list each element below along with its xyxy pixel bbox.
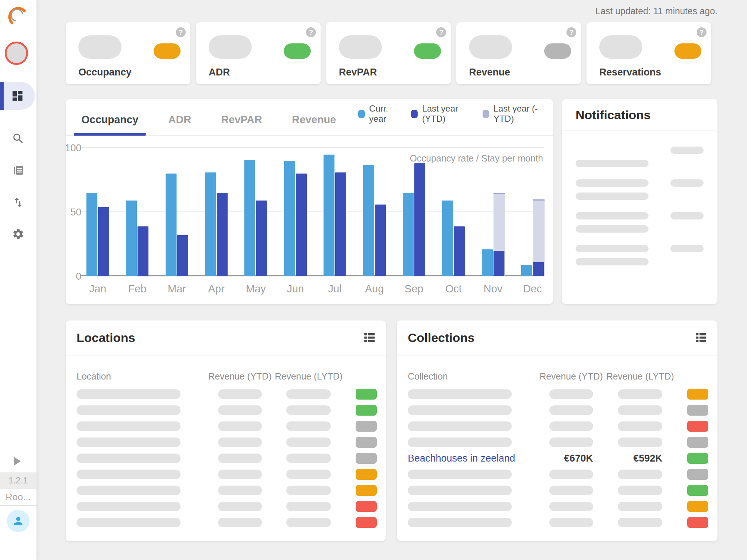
collections-column-headers: Collection Revenue (YTD) Revenue (LYTD) <box>397 371 717 382</box>
kpi-card-revenue[interactable]: ?Revenue <box>456 22 581 84</box>
notification-skeleton-row <box>576 147 704 154</box>
bar-group-nov: Nov <box>482 148 504 276</box>
collection-link[interactable]: Beachhouses in zeeland <box>408 453 525 464</box>
bar-last-year-ytd <box>296 174 307 276</box>
legend-item[interactable]: Last year (-YTD) <box>483 104 544 124</box>
bar-last-year-ytd <box>414 163 425 276</box>
column-header-location: Location <box>77 371 193 382</box>
revenue-ytd-skeleton <box>218 405 262 415</box>
sidebar-item-dashboard[interactable] <box>0 82 35 110</box>
tab-adr[interactable]: ADR <box>160 114 199 135</box>
bar-current-year <box>86 193 97 276</box>
revenue-lytd-skeleton <box>618 470 662 479</box>
column-header-revenue-lytd: Revenue (LYTD) <box>275 371 342 382</box>
name-skeleton <box>77 389 181 399</box>
search-icon <box>12 132 25 145</box>
notification-time-skeleton <box>670 147 704 154</box>
revenue-lytd-skeleton <box>618 518 662 527</box>
kpi-row: ?Occupancy?ADR?RevPAR?Revenue?Reservatio… <box>66 22 717 84</box>
revenue-lytd-skeleton <box>286 421 331 431</box>
revenue-ytd-skeleton <box>549 421 593 431</box>
bar-current-year <box>244 160 255 276</box>
kpi-status-badge <box>154 43 181 59</box>
help-icon[interactable]: ? <box>306 27 316 37</box>
name-skeleton <box>408 470 512 479</box>
sidebar-item-search[interactable] <box>0 131 36 147</box>
status-badge-gray <box>356 453 377 464</box>
kpi-card-occupancy[interactable]: ?Occupancy <box>66 22 190 84</box>
user-profile-button[interactable] <box>7 510 30 532</box>
notification-skeleton-row <box>576 212 704 219</box>
revenue-lytd-skeleton <box>286 486 331 495</box>
name-skeleton <box>77 438 181 447</box>
bar-current-year <box>166 174 177 276</box>
table-row <box>397 418 717 434</box>
legend-label: Last year (-YTD) <box>494 104 544 124</box>
legend-swatch <box>411 110 418 118</box>
bar-group-jan: Jan <box>86 148 109 276</box>
tab-occupancy[interactable]: Occupancy <box>74 114 146 135</box>
bar-slot <box>533 148 544 276</box>
x-axis-month-label: Sep <box>405 283 423 295</box>
name-skeleton <box>408 405 512 415</box>
name-skeleton <box>77 421 181 431</box>
sidebar-collapse-arrow-icon[interactable] <box>14 457 21 466</box>
kpi-card-revpar[interactable]: ?RevPAR <box>326 22 451 84</box>
table-view-icon[interactable] <box>363 332 376 343</box>
bar-last-year-ytd <box>98 207 109 276</box>
bar-series: JanFebMarAprMayJunJulAugSepOctNovDec <box>86 148 544 276</box>
revenue-lytd-skeleton <box>618 502 662 511</box>
name-skeleton <box>408 438 512 447</box>
kpi-status-badge <box>414 43 441 59</box>
bar-slot <box>454 148 465 276</box>
user-avatar-icon <box>12 515 24 527</box>
name-skeleton <box>77 502 181 511</box>
name-skeleton <box>408 486 512 495</box>
kpi-label: ADR <box>209 67 230 78</box>
bar-slot <box>375 148 386 276</box>
chart-tabs-row: OccupancyADRRevPARRevenueCurr. yearLast … <box>66 99 553 136</box>
x-axis-month-label: Aug <box>365 283 384 295</box>
table-row <box>66 386 386 402</box>
notification-text-skeleton <box>576 192 649 200</box>
help-icon[interactable]: ? <box>436 27 446 37</box>
name-skeleton <box>77 405 181 415</box>
bar-last-year-ytd <box>335 172 346 276</box>
revenue-ytd-skeleton <box>218 389 262 399</box>
locations-rows <box>66 386 386 530</box>
sidebar: 1.2.1 Roo... <box>0 0 36 560</box>
revenue-ytd-skeleton <box>218 486 262 495</box>
sidebar-item-import-export[interactable] <box>0 194 36 210</box>
bar-slot <box>177 148 188 276</box>
help-icon[interactable]: ? <box>566 27 576 37</box>
table-view-icon[interactable] <box>695 332 707 343</box>
revenue-lytd-skeleton <box>618 486 662 495</box>
status-badge-gray <box>687 405 708 416</box>
bar-last-year-ytd <box>217 193 228 276</box>
status-badge-red <box>356 517 377 528</box>
topbar: Last updated: 11 minutes ago. <box>66 0 717 22</box>
notification-time-skeleton <box>670 179 704 187</box>
sidebar-item-documents[interactable] <box>0 162 36 178</box>
x-axis-month-label: Feb <box>128 283 146 295</box>
kpi-value-skeleton <box>469 35 512 59</box>
tab-revpar[interactable]: RevPAR <box>213 114 270 135</box>
notifications-list <box>562 147 717 265</box>
account-avatar-placeholder[interactable] <box>5 42 28 65</box>
legend-item[interactable]: Curr. year <box>358 104 399 124</box>
help-icon[interactable]: ? <box>176 27 186 37</box>
column-header-revenue-ytd: Revenue (YTD) <box>208 371 272 382</box>
legend-item[interactable]: Last year (YTD) <box>411 104 470 124</box>
bar-slot <box>217 148 228 276</box>
kpi-card-adr[interactable]: ?ADR <box>196 22 321 84</box>
app-logo[interactable] <box>6 4 27 26</box>
help-icon[interactable]: ? <box>697 27 707 37</box>
tab-revenue[interactable]: Revenue <box>284 114 344 135</box>
table-row <box>397 498 717 514</box>
legend-label: Last year (YTD) <box>422 104 470 124</box>
bar-current-year <box>403 193 414 276</box>
kpi-card-reservations[interactable]: ?Reservations <box>587 22 711 84</box>
bar-current-year <box>324 155 334 276</box>
sidebar-item-settings[interactable] <box>0 226 36 242</box>
bar-current-year <box>363 165 374 276</box>
